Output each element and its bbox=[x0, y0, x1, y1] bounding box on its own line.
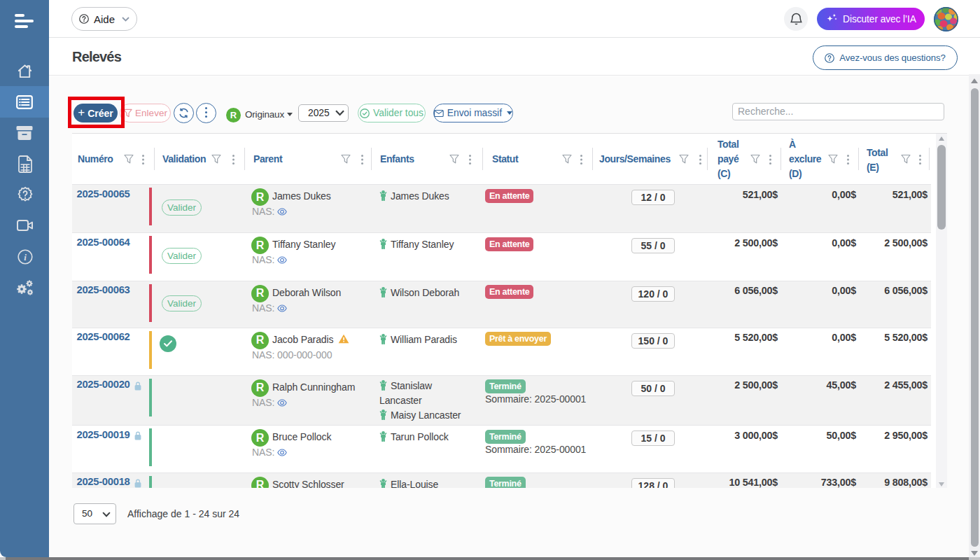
svg-text:i: i bbox=[24, 252, 27, 262]
